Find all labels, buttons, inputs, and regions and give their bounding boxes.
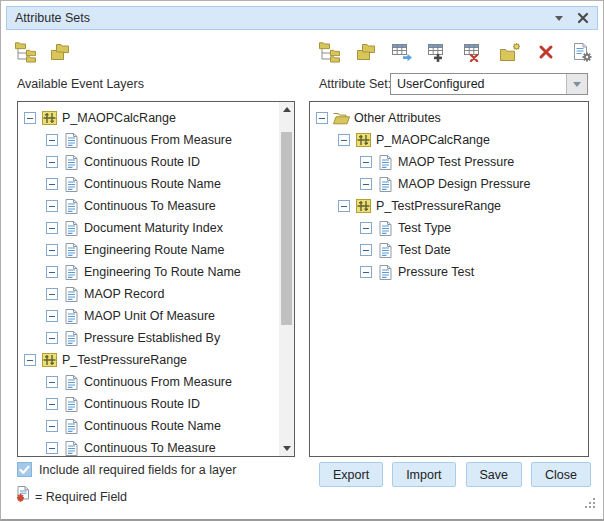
layer-icon xyxy=(355,133,372,147)
field-icon xyxy=(377,243,394,258)
tree-item-maop-design-pressure[interactable]: MAOP Design Pressure xyxy=(310,173,588,195)
collapse-toggle-icon[interactable] xyxy=(46,442,58,454)
footer-buttons: Export Import Save Close xyxy=(319,462,591,487)
collapse-toggle-icon[interactable] xyxy=(360,244,372,256)
dropdown-button[interactable] xyxy=(566,74,587,94)
attribute-set-dropdown[interactable]: UserConfigured xyxy=(390,73,588,95)
close-button[interactable]: Close xyxy=(531,462,591,487)
collapse-toggle-icon[interactable] xyxy=(338,200,350,212)
field-icon xyxy=(63,199,80,214)
tree-item-test-type[interactable]: Test Type xyxy=(310,217,588,239)
vertical-scrollbar[interactable] xyxy=(279,102,294,456)
table-remove-icon[interactable] xyxy=(463,41,485,63)
available-event-layers-label: Available Event Layers xyxy=(17,77,144,91)
toolbar-right xyxy=(319,41,593,63)
tree-item-label: Engineering To Route Name xyxy=(84,265,241,279)
tree-item-maop-test-pressure[interactable]: MAOP Test Pressure xyxy=(310,151,588,173)
caret-down-icon[interactable] xyxy=(555,16,563,21)
scroll-down-icon[interactable] xyxy=(279,441,294,456)
delete-icon[interactable] xyxy=(535,41,557,63)
collapse-toggle-icon[interactable] xyxy=(360,222,372,234)
tree-item-continuous-from-measure[interactable]: Continuous From Measure xyxy=(18,371,279,393)
expand-layers-tree-icon[interactable] xyxy=(15,41,37,63)
tree-item-p-maopcalcrange[interactable]: P_MAOPCalcRange xyxy=(310,129,588,151)
collapse-toggle-icon[interactable] xyxy=(46,200,58,212)
tree-item-continuous-to-measure[interactable]: Continuous To Measure xyxy=(18,437,279,456)
tree-item-continuous-from-measure[interactable]: Continuous From Measure xyxy=(18,129,279,151)
field-icon xyxy=(63,397,80,412)
include-required-checkbox[interactable] xyxy=(17,462,32,477)
field-icon xyxy=(377,265,394,280)
collapse-toggle-icon[interactable] xyxy=(360,266,372,278)
field-icon xyxy=(63,419,80,434)
import-button[interactable]: Import xyxy=(392,462,455,487)
collapse-toggle-icon[interactable] xyxy=(360,156,372,168)
export-button[interactable]: Export xyxy=(319,462,383,487)
tree-item-continuous-route-name[interactable]: Continuous Route Name xyxy=(18,415,279,437)
tree-item-label: P_TestPressureRange xyxy=(376,199,501,213)
field-icon xyxy=(377,155,394,170)
tree-item-continuous-to-measure[interactable]: Continuous To Measure xyxy=(18,195,279,217)
field-icon xyxy=(63,243,80,258)
table-export-icon[interactable] xyxy=(391,41,413,63)
collapse-toggle-icon[interactable] xyxy=(46,420,58,432)
collapse-toggle-icon[interactable] xyxy=(46,310,58,322)
expand-attributes-tree-icon[interactable] xyxy=(319,41,341,63)
tree-item-label: Continuous Route ID xyxy=(84,155,200,169)
close-icon[interactable] xyxy=(577,12,589,24)
tree-item-p-testpressurerange[interactable]: P_TestPressureRange xyxy=(310,195,588,217)
tree-item-engineering-route-name[interactable]: Engineering Route Name xyxy=(18,239,279,261)
collapse-toggle-icon[interactable] xyxy=(46,244,58,256)
tree-item-pressure-test[interactable]: Pressure Test xyxy=(310,261,588,283)
collapse-toggle-icon[interactable] xyxy=(316,112,328,124)
toolbar-left xyxy=(15,41,71,63)
collapse-attributes-folders-icon[interactable] xyxy=(355,41,377,63)
collapse-toggle-icon[interactable] xyxy=(24,112,36,124)
tree-item-label: Pressure Test xyxy=(398,265,474,279)
tree-item-continuous-route-id[interactable]: Continuous Route ID xyxy=(18,151,279,173)
tree-item-engineering-to-route-name[interactable]: Engineering To Route Name xyxy=(18,261,279,283)
tree-item-p-maopcalcrange[interactable]: P_MAOPCalcRange xyxy=(18,107,279,129)
scrollbar-thumb[interactable] xyxy=(281,132,292,325)
tree-item-document-maturity-index[interactable]: Document Maturity Index xyxy=(18,217,279,239)
tree-item-test-date[interactable]: Test Date xyxy=(310,239,588,261)
collapse-folders-icon[interactable] xyxy=(49,41,71,63)
tree-item-label: Continuous To Measure xyxy=(84,199,216,213)
field-icon xyxy=(63,221,80,236)
collapse-toggle-icon[interactable] xyxy=(46,222,58,234)
required-field-icon xyxy=(15,486,30,507)
collapse-toggle-icon[interactable] xyxy=(338,134,350,146)
collapse-toggle-icon[interactable] xyxy=(46,376,58,388)
tree-item-label: Engineering Route Name xyxy=(84,243,224,257)
new-attribute-set-folder-icon[interactable] xyxy=(499,41,521,63)
collapse-toggle-icon[interactable] xyxy=(46,398,58,410)
tree-item-continuous-route-id[interactable]: Continuous Route ID xyxy=(18,393,279,415)
collapse-toggle-icon[interactable] xyxy=(24,354,36,366)
collapse-toggle-icon[interactable] xyxy=(46,156,58,168)
resize-grip[interactable] xyxy=(585,495,596,513)
right-button-group: Save Close xyxy=(466,462,591,487)
tree-item-p-testpressurerange[interactable]: P_TestPressureRange xyxy=(18,349,279,371)
table-add-icon[interactable] xyxy=(427,41,449,63)
collapse-toggle-icon[interactable] xyxy=(46,288,58,300)
tree-item-maop-record[interactable]: MAOP Record xyxy=(18,283,279,305)
tree-item-other-attributes[interactable]: Other Attributes xyxy=(310,107,588,129)
collapse-toggle-icon[interactable] xyxy=(360,178,372,190)
attribute-set-tree: Other AttributesP_MAOPCalcRangeMAOP Test… xyxy=(310,102,588,456)
layer-icon xyxy=(41,111,58,125)
tree-item-maop-unit-of-measure[interactable]: MAOP Unit Of Measure xyxy=(18,305,279,327)
save-button[interactable]: Save xyxy=(466,462,523,487)
layer-icon xyxy=(41,353,58,367)
collapse-toggle-icon[interactable] xyxy=(46,178,58,190)
tree-item-label: MAOP Design Pressure xyxy=(398,177,530,191)
scroll-up-icon[interactable] xyxy=(279,102,294,117)
report-settings-icon[interactable] xyxy=(571,41,593,63)
collapse-toggle-icon[interactable] xyxy=(46,332,58,344)
tree-item-continuous-route-name[interactable]: Continuous Route Name xyxy=(18,173,279,195)
dialog-title: Attribute Sets xyxy=(15,11,555,25)
collapse-toggle-icon[interactable] xyxy=(46,266,58,278)
attribute-sets-dialog: Attribute Sets xyxy=(0,0,604,521)
tree-item-label: Test Type xyxy=(398,221,451,235)
collapse-toggle-icon[interactable] xyxy=(46,134,58,146)
tree-item-pressure-established-by[interactable]: Pressure Established By xyxy=(18,327,279,349)
